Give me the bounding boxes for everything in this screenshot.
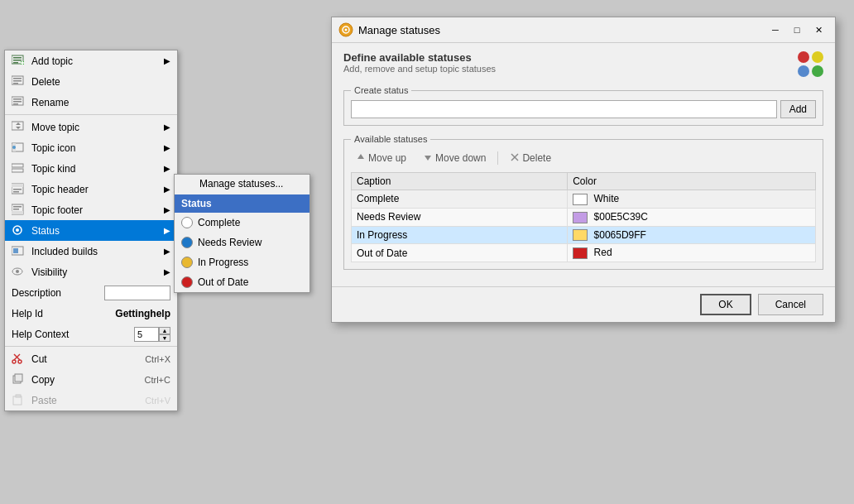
status-arrow: ▶ [164,226,170,235]
menu-item-visibility[interactable]: Visibility ▶ [5,262,177,282]
svg-rect-1 [13,57,22,59]
status-item-out-of-date[interactable]: Out of Date [175,272,309,292]
color-dot-yellow [812,51,823,63]
minimize-button[interactable]: ─ [765,22,785,37]
ok-button[interactable]: OK [700,294,751,315]
color-swatch [573,194,588,205]
svg-rect-9 [13,80,22,82]
svg-rect-40 [15,374,22,382]
visibility-arrow: ▶ [164,267,170,276]
menu-item-help-context-label: Help Context [12,329,131,340]
svg-rect-32 [13,248,18,253]
dialog-titlebar: Manage statuses ─ □ ✕ [332,17,835,43]
status-submenu: Manage statuses... Status Complete Needs… [174,174,310,293]
menu-item-topic-icon-label: Topic icon [31,142,164,154]
menu-item-topic-header[interactable]: Topic header ▶ [5,179,177,199]
color-cell: White [568,190,816,209]
color-swatch [573,212,588,223]
table-row[interactable]: Needs Review $00E5C39C [352,208,816,226]
create-status-legend: Create status [351,85,411,95]
svg-rect-12 [13,98,22,100]
help-context-up[interactable]: ▲ [159,327,170,334]
rename-icon [12,96,28,109]
needs-review-dot [181,237,193,248]
svg-point-37 [12,360,16,363]
separator-1 [5,114,177,115]
topic-kind-icon [12,162,28,175]
status-table: Caption Color Complete White Needs Revie… [351,172,816,262]
create-status-input[interactable] [351,100,777,118]
color-cell: Red [568,244,816,262]
menu-item-topic-footer-label: Topic footer [31,204,164,216]
menu-item-topic-kind[interactable]: Topic kind ▶ [5,158,177,179]
maximize-button[interactable]: □ [787,22,807,37]
move-up-button[interactable]: Move up [351,149,411,167]
status-out-of-date-label: Out of Date [198,276,248,288]
menu-item-move-topic[interactable]: Move topic ▶ [5,117,177,137]
cancel-button[interactable]: Cancel [758,294,823,315]
menu-item-copy[interactable]: Copy Ctrl+C [5,369,177,390]
svg-rect-20 [12,169,23,172]
menu-item-topic-kind-label: Topic kind [31,163,164,175]
dialog-title-icon [338,22,353,37]
move-down-button[interactable]: Move down [418,149,491,167]
svg-rect-2 [13,60,22,61]
caption-cell: Out of Date [352,244,568,262]
included-builds-arrow: ▶ [164,247,170,256]
paste-icon [12,394,28,407]
visibility-icon [12,266,28,279]
menu-item-add-topic[interactable]: Add topic ▶ [5,50,177,71]
menu-item-add-topic-label: Add topic [31,55,164,67]
svg-rect-24 [13,191,19,193]
description-input[interactable] [104,286,170,300]
menu-item-delete[interactable]: Delete [5,71,177,92]
table-row[interactable]: Out of Date Red [352,244,816,262]
status-icon [12,224,28,238]
manage-statuses-item[interactable]: Manage statuses... [175,175,309,194]
add-status-button[interactable]: Add [780,100,816,118]
toolbar: Move up Move down Delete [351,149,816,167]
included-builds-icon [12,245,28,258]
color-swatch [573,229,588,241]
topic-header-icon [12,183,28,196]
menu-item-cut[interactable]: Cut Ctrl+X [5,348,177,369]
toolbar-separator [497,151,498,165]
svg-rect-42 [16,395,21,397]
menu-item-topic-icon[interactable]: Topic icon ▶ [5,137,177,158]
svg-rect-15 [12,122,23,130]
svg-rect-23 [13,189,22,190]
topic-footer-arrow: ▶ [164,205,170,214]
topic-header-arrow: ▶ [164,185,170,194]
svg-point-45 [345,29,348,31]
table-row[interactable]: Complete White [352,190,816,209]
color-cell: $00E5C39C [568,208,816,226]
dialog-header: Define available statuses Add, remove an… [343,51,823,77]
delete-icon [12,75,28,89]
help-context-input[interactable] [134,327,159,342]
dialog-body: Define available statuses Add, remove an… [332,43,835,286]
status-item-complete[interactable]: Complete [175,213,309,233]
topic-icon-icon [12,142,28,155]
menu-item-topic-footer[interactable]: Topic footer ▶ [5,199,177,220]
delete-button[interactable]: Delete [505,149,556,167]
menu-item-paste: Paste Ctrl+V [5,390,177,410]
create-status-row: Add [351,100,816,118]
move-up-label: Move up [368,152,406,164]
cut-shortcut: Ctrl+X [145,354,170,364]
status-item-in-progress[interactable]: In Progress [175,252,309,272]
cut-icon [12,353,28,366]
table-row[interactable]: In Progress $0065D9FF [352,226,816,244]
menu-item-included-builds[interactable]: Included builds ▶ [5,241,177,262]
close-button[interactable]: ✕ [808,22,828,37]
help-context-down[interactable]: ▼ [159,334,170,342]
menu-item-help-id: Help Id Gettinghelp [5,303,177,324]
topic-kind-arrow: ▶ [164,164,170,173]
menu-item-rename[interactable]: Rename [5,92,177,113]
svg-rect-10 [13,83,18,84]
dialog-header-title: Define available statuses [343,51,496,64]
menu-item-included-builds-label: Included builds [31,246,164,257]
dialog-controls: ─ □ ✕ [765,22,828,37]
menu-item-status[interactable]: Status ▶ [5,220,177,241]
menu-item-cut-label: Cut [31,353,145,365]
status-item-needs-review[interactable]: Needs Review [175,233,309,252]
